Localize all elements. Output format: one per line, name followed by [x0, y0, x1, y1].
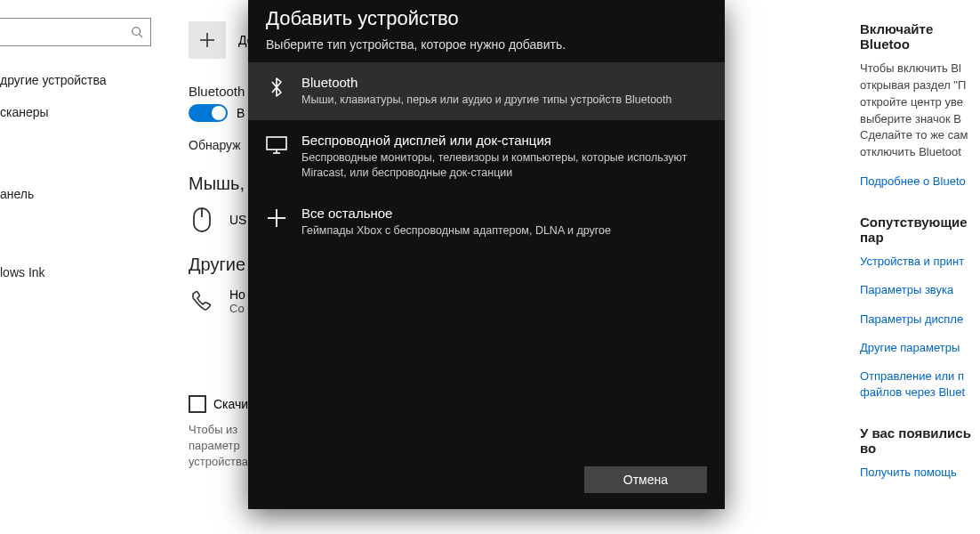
phone-icon	[189, 288, 215, 315]
related-header: Сопутствующие пар	[860, 214, 980, 245]
related-link[interactable]: Параметры диспле	[860, 312, 980, 328]
add-device-dialog: Добавить устройство Выберите тип устройс…	[248, 0, 725, 509]
related-link[interactable]: Параметры звука	[860, 282, 980, 298]
svg-point-0	[133, 28, 141, 36]
get-help-link[interactable]: Получить помощь	[860, 465, 980, 481]
nav-item-scanners[interactable]: сканеры	[0, 96, 165, 128]
search-input[interactable]	[0, 26, 115, 39]
tips-body: Чтобы включить Bl открывая раздел "П отк…	[860, 61, 980, 161]
metered-checkbox[interactable]	[189, 395, 206, 413]
dialog-title: Добавить устройство	[266, 7, 707, 30]
svg-rect-6	[267, 137, 286, 150]
bluetooth-toggle[interactable]	[189, 104, 228, 122]
option-description: Мыши, клавиатуры, перья или аудио и друг…	[301, 93, 671, 108]
related-link[interactable]: Устройства и принт	[860, 254, 980, 270]
option-description: Геймпады Xbox с беспроводным адаптером, …	[301, 223, 611, 239]
bluetooth-icon	[266, 77, 287, 98]
related-link[interactable]: Отправление или п файлов через Bluet	[860, 368, 980, 400]
learn-more-link[interactable]: Подробнее о Blueto	[860, 174, 980, 190]
search-icon	[131, 26, 143, 38]
nav-item-windows-ink[interactable]: lows Ink	[0, 256, 165, 288]
questions-header: У вас появились во	[860, 425, 980, 456]
device-name: Но	[229, 287, 245, 302]
dialog-subtitle: Выберите тип устройства, которое нужно д…	[266, 37, 707, 52]
tips-header: Включайте Bluetoo	[860, 21, 980, 52]
option-wireless-display[interactable]: Беспроводной дисплей или док-станция Бес…	[248, 120, 725, 193]
toggle-state-label: В	[237, 106, 245, 120]
search-box[interactable]	[0, 18, 151, 46]
settings-sidebar: другие устройства сканеры анель lows Ink	[0, 0, 165, 534]
option-title: Все остальное	[301, 206, 611, 221]
display-icon	[266, 134, 287, 156]
metered-label: Скачи	[213, 397, 248, 411]
svg-line-1	[140, 35, 143, 38]
plus-icon	[266, 207, 287, 229]
cancel-button[interactable]: Отмена	[584, 466, 707, 493]
option-bluetooth[interactable]: Bluetooth Мыши, клавиатуры, перья или ау…	[248, 62, 725, 120]
related-link[interactable]: Другие параметры	[860, 340, 980, 356]
right-sidebar: Включайте Bluetoo Чтобы включить Bl откр…	[860, 0, 980, 534]
nav-item-panel[interactable]: анель	[0, 178, 165, 210]
plus-icon	[199, 32, 215, 48]
option-title: Bluetooth	[301, 75, 671, 90]
option-description: Беспроводные мониторы, телевизоры и комп…	[301, 150, 707, 181]
option-everything-else[interactable]: Все остальное Геймпады Xbox с беспроводн…	[248, 193, 725, 251]
nav-item-other-devices[interactable]: другие устройства	[0, 64, 165, 96]
device-name: US	[229, 213, 246, 227]
device-sub: Со	[229, 302, 245, 315]
mouse-icon	[189, 206, 215, 233]
add-device-button[interactable]	[189, 21, 226, 59]
option-title: Беспроводной дисплей или док-станция	[301, 133, 707, 148]
